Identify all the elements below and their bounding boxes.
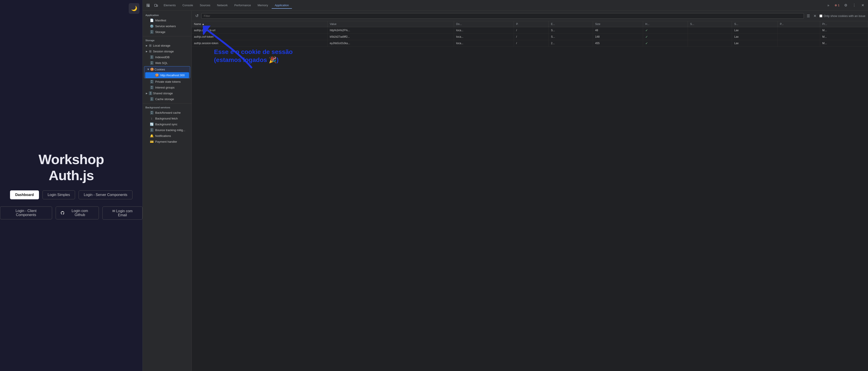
settings-icon[interactable]: ⚙	[842, 2, 849, 9]
sidebar-item-cache-storage[interactable]: 🗄️ Cache storage	[143, 96, 191, 102]
login-server-button[interactable]: Login - Server Components	[79, 191, 132, 199]
cell-samesite-1: Lax	[732, 27, 778, 34]
filter-input[interactable]	[201, 13, 804, 19]
close-icon[interactable]: ✕	[859, 2, 866, 9]
cell-partition-2: M...	[820, 34, 868, 40]
svg-rect-6	[157, 5, 158, 6]
tab-performance[interactable]: Performance	[231, 2, 254, 9]
login-simples-button[interactable]: Login Simples	[42, 191, 75, 199]
cell-expires-1: S...	[549, 27, 593, 34]
cell-priority-2	[778, 34, 820, 40]
interest-groups-icon: 🗄️	[150, 86, 153, 89]
sidebar-item-bounce-tracking[interactable]: 🗄️ Bounce tracking mitig...	[143, 127, 191, 133]
bg-fetch-icon: ↕️	[150, 117, 153, 120]
sidebar-item-notifications[interactable]: 🔔 Notifications	[143, 133, 191, 139]
dashboard-button[interactable]: Dashboard	[10, 191, 39, 199]
table-row[interactable]: authjs.csrf-token b5b2d27ad9ff2... loca.…	[192, 34, 868, 40]
cache-storage-icon: 🗄️	[150, 97, 153, 101]
bg-sync-icon: 🔄	[150, 122, 153, 126]
refresh-button[interactable]: ↺	[194, 12, 199, 19]
more-tabs-icon[interactable]: »	[825, 2, 832, 9]
tab-memory[interactable]: Memory	[254, 2, 271, 9]
col-path[interactable]: P.	[514, 21, 549, 27]
cell-secure-2	[688, 34, 732, 40]
cell-httponly-1: ✓	[643, 27, 688, 34]
tab-console[interactable]: Console	[179, 2, 196, 9]
devtools-body: Application 📄 Manifest ⚙️ Service worker…	[143, 11, 868, 371]
cell-size-1: 48	[593, 27, 643, 34]
sidebar-item-payment[interactable]: 💳 Payment handler	[143, 139, 191, 144]
cell-size-2: 148	[593, 34, 643, 40]
tab-application[interactable]: Application	[272, 2, 292, 9]
svg-point-4	[149, 6, 149, 6]
cell-expires-3: 2...	[549, 40, 593, 47]
sidebar-item-localhost[interactable]: 🍪 http://localhost:300	[145, 72, 189, 78]
col-size[interactable]: Size	[593, 21, 643, 27]
col-httponly[interactable]: H...	[643, 21, 688, 27]
cell-secure-3	[688, 40, 732, 47]
sidebar-item-back-forward[interactable]: 🗄️ Back/forward cache	[143, 110, 191, 115]
cell-value-1: http%3A%2F%...	[328, 27, 454, 34]
cookies-icon: 🍪	[150, 67, 154, 71]
login-client-button[interactable]: Login - Client Components	[0, 206, 52, 219]
filter-options-icon[interactable]: ☰	[806, 13, 811, 19]
table-row[interactable]: authjs.callback-url http%3A%2F%... loca.…	[192, 27, 868, 34]
svg-rect-0	[147, 4, 148, 5]
sidebar-item-bg-fetch[interactable]: ↕️ Background fetch	[143, 115, 191, 121]
inspect-icon[interactable]	[145, 2, 152, 9]
webpage-panel: 🌙 WorkshopAuth.js Dashboard Login Simple…	[0, 0, 143, 371]
cell-secure-1	[688, 27, 732, 34]
app-section-title: Application	[143, 12, 191, 18]
email-icon: ✉	[112, 209, 116, 213]
login-github-button[interactable]: Login com Github	[56, 206, 99, 219]
sidebar-item-bg-sync[interactable]: 🔄 Background sync	[143, 121, 191, 127]
error-badge: ⊗ 1	[833, 3, 841, 7]
devtools-panel: Elements Console Sources Network Perform…	[143, 0, 868, 371]
cookies-section-box: ▶ 🍪 Cookies 🍪 http://localhost:300	[144, 66, 190, 78]
tab-network[interactable]: Network	[214, 2, 231, 9]
sidebar-item-service-workers[interactable]: ⚙️ Service workers	[143, 23, 191, 29]
back-forward-icon: 🗄️	[150, 111, 153, 114]
toolbar-right: » ⊗ 1 ⚙ ⋮ ✕	[825, 2, 866, 9]
col-name[interactable]: Name ▲	[192, 21, 328, 27]
button-row-1: Dashboard Login Simples Login - Server C…	[10, 191, 132, 199]
show-issues-checkbox[interactable]	[819, 15, 823, 18]
col-secure[interactable]: S...	[688, 21, 732, 27]
moon-icon: 🌙	[131, 6, 137, 11]
button-row-2: Login - Client Components Login com Gith…	[0, 206, 143, 220]
clear-filter-icon[interactable]: ✕	[812, 13, 818, 19]
col-samesite[interactable]: S...	[732, 21, 778, 27]
divider-2	[143, 103, 191, 104]
sidebar-item-manifest[interactable]: 📄 Manifest	[143, 18, 191, 23]
device-toggle-icon[interactable]	[153, 2, 160, 9]
show-issues-label[interactable]: Only show cookies with an issue	[819, 14, 865, 18]
cell-size-3: 455	[593, 40, 643, 47]
table-row[interactable]: authjs.session-token eyJhbGciOiJka... lo…	[192, 40, 868, 47]
login-email-button[interactable]: ✉ Login com Email	[102, 206, 143, 220]
sidebar-item-session-storage[interactable]: ▶ ⊞ Session storage	[143, 48, 191, 54]
col-priority[interactable]: P...	[778, 21, 820, 27]
col-domain[interactable]: Do...	[454, 21, 514, 27]
col-expires[interactable]: E...	[549, 21, 593, 27]
theme-toggle-button[interactable]: 🌙	[129, 3, 140, 14]
session-storage-icon: ⊞	[149, 50, 152, 53]
tab-sources[interactable]: Sources	[197, 2, 214, 9]
tab-elements[interactable]: Elements	[160, 2, 179, 9]
sidebar-item-storage[interactable]: 🗄️ Storage	[143, 29, 191, 35]
more-options-icon[interactable]: ⋮	[850, 2, 858, 9]
sidebar-item-indexeddb[interactable]: 🗄️ IndexedDB	[143, 54, 191, 60]
chevron-right-icon-2: ▶	[146, 50, 148, 53]
sidebar-item-cookies[interactable]: ▶ 🍪 Cookies	[144, 66, 190, 72]
cell-path-3: /	[514, 40, 549, 47]
sidebar-item-private-state[interactable]: 🗄️ Private state tokens	[143, 79, 191, 85]
col-value[interactable]: Value	[328, 21, 454, 27]
cell-partition-3: M...	[820, 40, 868, 47]
col-partition[interactable]: Pr...	[820, 21, 868, 27]
svg-rect-2	[147, 6, 148, 7]
sidebar-item-interest-groups[interactable]: 🗄️ Interest groups	[143, 85, 191, 90]
sidebar-item-websql[interactable]: 🗄️ Web SQL	[143, 60, 191, 66]
sidebar-item-local-storage[interactable]: ▶ ⊞ Local storage	[143, 42, 191, 48]
cell-value-3: eyJhbGciOiJka...	[328, 40, 454, 47]
sidebar-item-shared-storage[interactable]: ▶ 🗄️ Shared storage	[143, 90, 191, 96]
cookie-filter-bar: ↺ ☰ ✕ Only show cookies with an issue	[192, 11, 868, 21]
